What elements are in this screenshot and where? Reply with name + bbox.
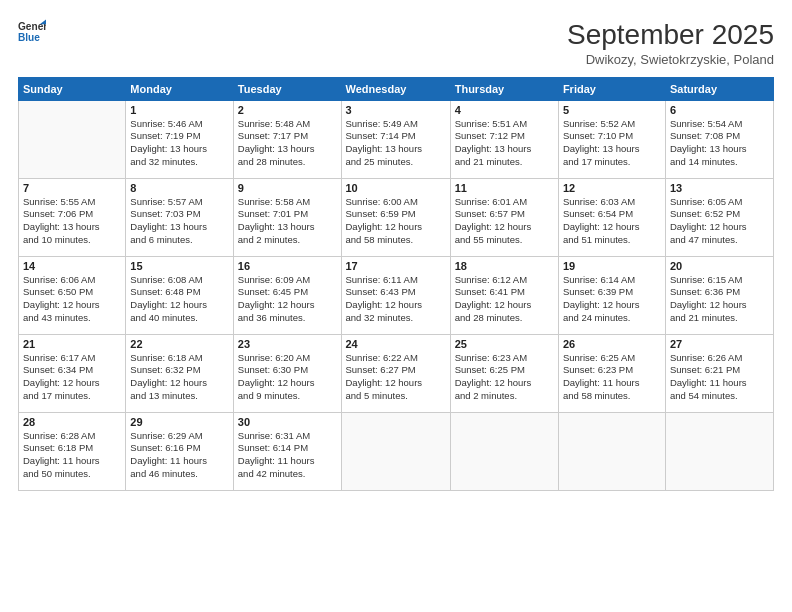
day-number: 13 <box>670 182 769 194</box>
day-info: Sunset: 6:16 PM <box>130 442 228 455</box>
day-info: Sunset: 6:23 PM <box>563 364 661 377</box>
table-row: 20Sunrise: 6:15 AMSunset: 6:36 PMDayligh… <box>665 256 773 334</box>
table-row: 19Sunrise: 6:14 AMSunset: 6:39 PMDayligh… <box>558 256 665 334</box>
day-info: Sunset: 7:06 PM <box>23 208 121 221</box>
col-monday: Monday <box>126 77 233 100</box>
table-row: 23Sunrise: 6:20 AMSunset: 6:30 PMDayligh… <box>233 334 341 412</box>
day-info: and 6 minutes. <box>130 234 228 247</box>
day-info: Daylight: 13 hours <box>238 143 337 156</box>
day-info: Sunset: 6:21 PM <box>670 364 769 377</box>
table-row: 24Sunrise: 6:22 AMSunset: 6:27 PMDayligh… <box>341 334 450 412</box>
day-info: and 17 minutes. <box>23 390 121 403</box>
day-info: Sunset: 6:50 PM <box>23 286 121 299</box>
day-info: Sunset: 6:34 PM <box>23 364 121 377</box>
table-row <box>665 412 773 490</box>
day-info: Sunrise: 6:18 AM <box>130 352 228 365</box>
day-info: and 42 minutes. <box>238 468 337 481</box>
day-info: Sunrise: 6:23 AM <box>455 352 554 365</box>
logo: General Blue <box>18 18 46 46</box>
day-info: Sunset: 6:25 PM <box>455 364 554 377</box>
day-info: Sunset: 6:27 PM <box>346 364 446 377</box>
day-info: Sunrise: 5:54 AM <box>670 118 769 131</box>
day-info: Sunset: 6:57 PM <box>455 208 554 221</box>
day-info: and 50 minutes. <box>23 468 121 481</box>
day-info: Sunrise: 5:46 AM <box>130 118 228 131</box>
table-row: 8Sunrise: 5:57 AMSunset: 7:03 PMDaylight… <box>126 178 233 256</box>
day-info: and 2 minutes. <box>238 234 337 247</box>
day-info: Sunset: 6:39 PM <box>563 286 661 299</box>
day-info: Daylight: 12 hours <box>23 377 121 390</box>
day-info: and 21 minutes. <box>670 312 769 325</box>
day-info: and 10 minutes. <box>23 234 121 247</box>
table-row: 1Sunrise: 5:46 AMSunset: 7:19 PMDaylight… <box>126 100 233 178</box>
col-friday: Friday <box>558 77 665 100</box>
day-info: and 46 minutes. <box>130 468 228 481</box>
col-thursday: Thursday <box>450 77 558 100</box>
day-info: Sunrise: 5:51 AM <box>455 118 554 131</box>
day-info: Sunset: 6:36 PM <box>670 286 769 299</box>
day-info: Daylight: 12 hours <box>346 299 446 312</box>
day-info: Sunrise: 6:28 AM <box>23 430 121 443</box>
svg-text:Blue: Blue <box>18 32 40 43</box>
day-info: Sunset: 6:41 PM <box>455 286 554 299</box>
day-number: 17 <box>346 260 446 272</box>
day-number: 16 <box>238 260 337 272</box>
day-info: Sunset: 7:17 PM <box>238 130 337 143</box>
day-info: Sunrise: 6:01 AM <box>455 196 554 209</box>
day-info: Daylight: 12 hours <box>455 377 554 390</box>
table-row: 7Sunrise: 5:55 AMSunset: 7:06 PMDaylight… <box>19 178 126 256</box>
table-row: 5Sunrise: 5:52 AMSunset: 7:10 PMDaylight… <box>558 100 665 178</box>
day-info: Daylight: 12 hours <box>455 221 554 234</box>
day-number: 7 <box>23 182 121 194</box>
main-title: September 2025 <box>567 18 774 52</box>
day-info: and 21 minutes. <box>455 156 554 169</box>
day-info: Daylight: 13 hours <box>346 143 446 156</box>
day-info: Daylight: 13 hours <box>130 221 228 234</box>
table-row: 3Sunrise: 5:49 AMSunset: 7:14 PMDaylight… <box>341 100 450 178</box>
table-row: 12Sunrise: 6:03 AMSunset: 6:54 PMDayligh… <box>558 178 665 256</box>
day-info: Daylight: 12 hours <box>238 299 337 312</box>
day-info: Daylight: 11 hours <box>130 455 228 468</box>
day-info: Daylight: 12 hours <box>670 299 769 312</box>
col-saturday: Saturday <box>665 77 773 100</box>
day-info: Daylight: 13 hours <box>23 221 121 234</box>
day-info: and 43 minutes. <box>23 312 121 325</box>
day-number: 8 <box>130 182 228 194</box>
day-info: Daylight: 11 hours <box>563 377 661 390</box>
calendar-body: 1Sunrise: 5:46 AMSunset: 7:19 PMDaylight… <box>19 100 774 490</box>
day-info: and 9 minutes. <box>238 390 337 403</box>
day-number: 10 <box>346 182 446 194</box>
col-wednesday: Wednesday <box>341 77 450 100</box>
table-row <box>19 100 126 178</box>
table-row: 18Sunrise: 6:12 AMSunset: 6:41 PMDayligh… <box>450 256 558 334</box>
day-info: Sunset: 6:52 PM <box>670 208 769 221</box>
table-row: 10Sunrise: 6:00 AMSunset: 6:59 PMDayligh… <box>341 178 450 256</box>
day-info: Daylight: 12 hours <box>563 299 661 312</box>
day-number: 1 <box>130 104 228 116</box>
day-number: 26 <box>563 338 661 350</box>
day-number: 9 <box>238 182 337 194</box>
day-number: 2 <box>238 104 337 116</box>
table-row <box>450 412 558 490</box>
day-info: and 32 minutes. <box>130 156 228 169</box>
day-info: Daylight: 12 hours <box>130 377 228 390</box>
day-number: 25 <box>455 338 554 350</box>
day-info: Sunrise: 5:58 AM <box>238 196 337 209</box>
day-info: Sunset: 7:14 PM <box>346 130 446 143</box>
day-info: Sunset: 6:45 PM <box>238 286 337 299</box>
day-info: Sunrise: 6:09 AM <box>238 274 337 287</box>
day-info: Sunset: 7:10 PM <box>563 130 661 143</box>
day-info: and 14 minutes. <box>670 156 769 169</box>
day-info: Sunrise: 6:11 AM <box>346 274 446 287</box>
day-info: and 2 minutes. <box>455 390 554 403</box>
day-info: Sunrise: 5:52 AM <box>563 118 661 131</box>
table-row <box>341 412 450 490</box>
day-info: Sunset: 7:03 PM <box>130 208 228 221</box>
day-number: 5 <box>563 104 661 116</box>
day-info: and 13 minutes. <box>130 390 228 403</box>
day-number: 20 <box>670 260 769 272</box>
day-info: Daylight: 12 hours <box>346 377 446 390</box>
day-info: Sunrise: 6:29 AM <box>130 430 228 443</box>
table-row: 15Sunrise: 6:08 AMSunset: 6:48 PMDayligh… <box>126 256 233 334</box>
day-info: Sunrise: 6:05 AM <box>670 196 769 209</box>
